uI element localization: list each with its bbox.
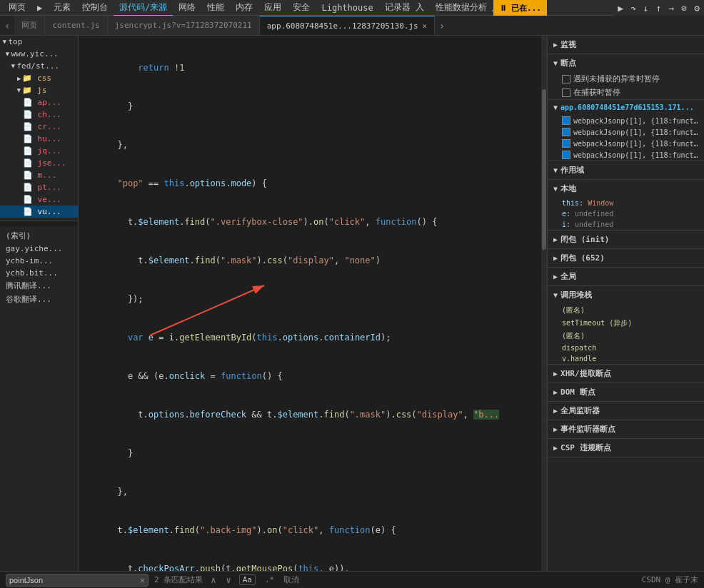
search-regex-button[interactable]: .* (261, 574, 278, 585)
step-icon[interactable]: → (668, 3, 676, 14)
menu-network[interactable]: 网络 (173, 0, 201, 15)
menu-memory[interactable]: 内存 (230, 0, 258, 15)
sidebar-item-ap[interactable]: 📄 ap... (0, 96, 78, 108)
sidebar-item-top[interactable]: ▶ top (0, 36, 78, 48)
tab-scroll-right[interactable]: › (435, 16, 449, 35)
vertical-scrollbar[interactable] (541, 36, 547, 571)
csp-section: ▶ CSP 违规断点 (548, 439, 704, 457)
chevron-icon: ▶ (553, 41, 558, 49)
callstack-anonymous2[interactable]: (匿名) (548, 330, 704, 343)
chevron-icon: ▶ (553, 407, 558, 415)
scope-i[interactable]: i: undefined (548, 219, 704, 230)
resume-icon[interactable]: ▶ (616, 3, 625, 14)
search-input[interactable] (9, 576, 137, 584)
code-line: }, (107, 138, 547, 151)
search-clear-button[interactable]: ✕ (140, 575, 145, 585)
menu-application[interactable]: 应用 (258, 0, 287, 15)
tab-jsencrypt[interactable]: jsencrypt.js?v=17128372070211 (108, 16, 260, 36)
bp-item-1[interactable]: webpackJsonp([1], {118:function( (548, 115, 704, 126)
search-case-sensitive-button[interactable]: Aa (239, 574, 256, 585)
step-over-icon[interactable]: ↷ (629, 3, 638, 14)
xhr-header[interactable]: ▶ XHR/提取断点 (548, 365, 704, 382)
checkbox-bp1[interactable] (562, 116, 570, 125)
search-prev-button[interactable]: ∧ (208, 575, 218, 585)
local-scope-header[interactable]: ▼ 本地 (548, 180, 704, 198)
search-input-container[interactable]: ✕ (6, 574, 149, 587)
sidebar-item-ychb-im[interactable]: ychb-im... (0, 255, 78, 267)
sidebar-item-google[interactable]: 谷歌翻译... (0, 293, 78, 306)
bp-item-2[interactable]: webpackJsonp([1], {118:function( (548, 126, 704, 138)
scrollbar-thumb[interactable] (542, 89, 546, 250)
step-out-icon[interactable]: ↑ (655, 3, 663, 14)
closure-init-header[interactable]: ▶ 闭包 (init) (548, 230, 704, 248)
bottom-search-bar: ✕ 2 条匹配结果 ∧ ∨ Aa .* 取消 CSDN @ 崔子末 (0, 571, 704, 588)
breakpoint-caught[interactable]: 在捕获时暂停 (548, 86, 704, 99)
bp-item-4[interactable]: webpackJsonp([1], {118:function( (548, 149, 704, 161)
scope-this[interactable]: this: Window (548, 198, 704, 208)
chevron-icon: ▶ (553, 425, 558, 433)
scope-header[interactable]: ▼ 作用域 (548, 161, 704, 179)
sidebar-item-js[interactable]: ▶ 📁 js (0, 84, 78, 96)
sidebar-item-hu[interactable]: 📄 hu... (0, 133, 78, 145)
sidebar-item-index[interactable]: (索引) (0, 229, 78, 243)
sidebar-item-gay[interactable]: gay.yiche... (0, 243, 78, 255)
tab-app-js[interactable]: app.6080748451e...12837205130.js × (260, 16, 435, 36)
dom-bp-header[interactable]: ▶ DOM 断点 (548, 383, 704, 401)
csp-header[interactable]: ▶ CSP 违规断点 (548, 439, 704, 457)
menu-recorder[interactable]: 记录器 入 (379, 0, 430, 15)
breakpoints-header[interactable]: ▼ 断点 (548, 54, 704, 72)
chevron-icon: ▶ (553, 235, 558, 243)
menu-sources[interactable]: 源代码/来源 (114, 0, 173, 16)
menu-performance[interactable]: 性能 (201, 0, 230, 15)
checkbox-caught[interactable] (562, 88, 570, 97)
file-breakpoints-header[interactable]: ▼ app.6080748451e77d615153.171... (548, 100, 704, 115)
menu-webpage[interactable]: 网页 (3, 0, 31, 15)
sidebar-item-cr[interactable]: 📄 cr... (0, 121, 78, 133)
checkbox-bp2[interactable] (562, 128, 570, 136)
global-listeners-header[interactable]: ▶ 全局监听器 (548, 402, 704, 420)
checkbox-bp3[interactable] (562, 139, 570, 148)
scope-e[interactable]: e: undefined (548, 208, 704, 219)
global-header[interactable]: ▶ 全局 (548, 268, 704, 285)
search-next-button[interactable]: ∨ (223, 575, 233, 585)
sidebar-item-m[interactable]: 📄 m... (0, 169, 78, 181)
sidebar-item-tencent[interactable]: 腾讯翻译... (0, 279, 78, 293)
sidebar-item-vu[interactable]: 📄 vu... (0, 206, 78, 218)
code-line: }); (107, 293, 547, 305)
sidebar-item-jq[interactable]: 📄 jq... (0, 145, 78, 157)
callstack-dispatch[interactable]: dispatch (548, 343, 704, 353)
tab-close-icon[interactable]: × (423, 22, 427, 30)
deactivate-breakpoints-icon[interactable]: ⊘ (680, 3, 688, 14)
menu-security[interactable]: 安全 (287, 0, 316, 15)
closure-652-header[interactable]: ▶ 闭包 (652) (548, 249, 704, 267)
sidebar-item-ve[interactable]: 📄 ve... (0, 193, 78, 206)
step-into-icon[interactable]: ↓ (642, 3, 650, 14)
tab-webpage[interactable]: 网页 (14, 16, 45, 36)
search-cancel-button[interactable]: 取消 (283, 574, 299, 585)
checkbox-bp4[interactable] (562, 151, 570, 159)
sidebar-item-fed[interactable]: ▶ fed/st... (0, 60, 78, 72)
sidebar-item-pt[interactable]: 📄 pt... (0, 181, 78, 193)
breakpoint-uncaught[interactable]: 遇到未捕获的异常时暂停 (548, 72, 704, 86)
bp-item-3[interactable]: webpackJsonp([1], {118:function( (548, 138, 704, 149)
menu-elements[interactable]: 元素 (48, 0, 76, 15)
sidebar-item-ychb-bit[interactable]: ychb.bit... (0, 267, 78, 279)
callstack-settimeout[interactable]: setTimeout (异步) (548, 317, 704, 330)
tab-scroll-left[interactable]: ‹ (0, 16, 14, 35)
checkbox-uncaught[interactable] (562, 75, 570, 83)
menu-console[interactable]: 控制台 (76, 0, 114, 15)
sidebar-item-ch[interactable]: 📄 ch... (0, 108, 78, 121)
sidebar-item-jse[interactable]: 📄 jse... (0, 157, 78, 169)
settings-icon[interactable]: ⚙ (693, 3, 701, 14)
tab-content-js[interactable]: content.js (45, 16, 107, 36)
callstack-anonymous[interactable]: (匿名) (548, 304, 704, 317)
call-stack-header[interactable]: ▼ 调用堆栈 (548, 286, 704, 304)
monitor-header[interactable]: ▶ 监视 (548, 36, 704, 54)
event-listeners-header[interactable]: ▶ 事件监听器断点 (548, 420, 704, 438)
callstack-vhandle[interactable]: v.handle (548, 353, 704, 364)
code-scroll-area[interactable]: return !1 } }, "pop" == this.options.mod… (79, 36, 547, 571)
sidebar-item-css[interactable]: ▶ 📁 css (0, 72, 78, 84)
sidebar-item-www[interactable]: ▶ www.yic... (0, 48, 78, 60)
menu-lighthouse[interactable]: Lighthouse (316, 1, 378, 14)
chevron-icon: ▶ (553, 444, 558, 452)
